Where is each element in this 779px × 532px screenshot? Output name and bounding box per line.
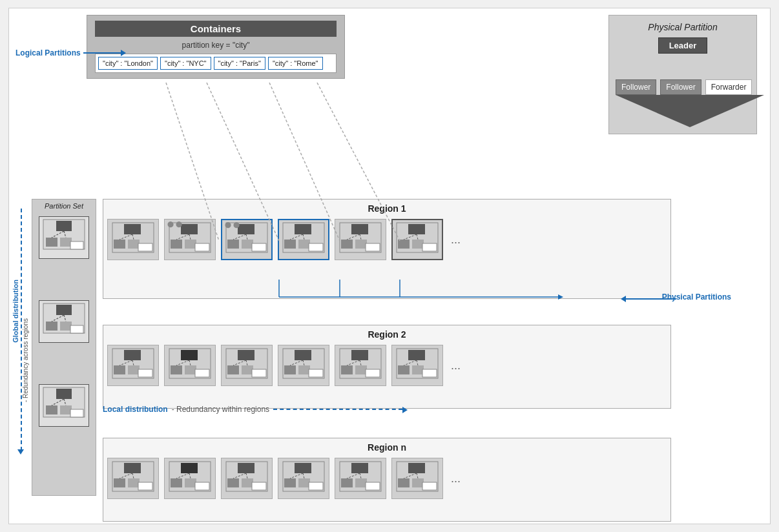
svg-rect-128 xyxy=(171,478,182,487)
svg-rect-123 xyxy=(138,482,152,490)
svg-rect-88 xyxy=(195,369,209,377)
regionn-title: Region n xyxy=(107,442,667,453)
partition-set-column: Partition Set xyxy=(32,199,96,496)
svg-rect-121 xyxy=(114,478,125,487)
region2-partition-6 xyxy=(391,345,443,386)
region2-icons-row: ... xyxy=(107,342,667,389)
svg-rect-46 xyxy=(195,243,209,251)
svg-rect-80 xyxy=(128,365,140,374)
svg-rect-64 xyxy=(351,224,368,234)
partition-set-icon-1 xyxy=(39,216,89,259)
svg-rect-22 xyxy=(56,305,72,315)
svg-rect-157 xyxy=(412,478,424,487)
svg-rect-108 xyxy=(355,365,367,374)
svg-rect-25 xyxy=(70,325,83,333)
forwarder-box: Forwarder xyxy=(705,79,753,95)
svg-rect-142 xyxy=(284,478,296,487)
svg-rect-59 xyxy=(298,240,310,249)
svg-rect-15 xyxy=(56,221,72,231)
region2-partition-5 xyxy=(335,345,386,386)
svg-rect-93 xyxy=(227,365,239,374)
follower-box-1: Follower xyxy=(616,79,656,95)
svg-rect-158 xyxy=(422,482,437,490)
svg-rect-44 xyxy=(171,240,182,249)
svg-rect-71 xyxy=(408,224,425,234)
svg-rect-107 xyxy=(341,365,353,374)
svg-rect-29 xyxy=(56,389,72,399)
svg-rect-53 xyxy=(252,243,266,251)
svg-rect-114 xyxy=(398,365,410,374)
local-distribution-label: Local distribution xyxy=(103,405,168,414)
svg-rect-100 xyxy=(284,365,296,374)
region1-partition-5 xyxy=(335,219,386,260)
svg-rect-24 xyxy=(60,322,72,331)
region2-title: Region 2 xyxy=(107,329,667,340)
svg-rect-45 xyxy=(185,240,196,249)
svg-rect-136 xyxy=(242,478,253,487)
svg-rect-113 xyxy=(408,350,425,360)
svg-rect-115 xyxy=(412,365,424,374)
region2-more-dots: ... xyxy=(448,359,463,373)
svg-rect-92 xyxy=(238,350,254,360)
city-tag-nyc: "city" : "NYC" xyxy=(160,57,211,70)
svg-rect-120 xyxy=(124,463,141,473)
region2-partition-4 xyxy=(278,345,329,386)
region2-partition-2 xyxy=(164,345,216,386)
svg-rect-141 xyxy=(295,463,311,473)
svg-rect-43 xyxy=(181,224,198,234)
regionn-icons-row: ... xyxy=(107,455,667,502)
svg-rect-51 xyxy=(227,240,239,249)
physical-partitions-arrow xyxy=(625,298,676,300)
svg-rect-95 xyxy=(252,369,266,377)
svg-rect-16 xyxy=(46,238,57,247)
follower-box-2: Follower xyxy=(660,79,701,95)
city-tags-row: "city" : "London" "city" : "NYC" "city" … xyxy=(95,54,337,73)
region1-partition-2: ⬤ ⬤ xyxy=(164,219,216,260)
svg-rect-94 xyxy=(242,365,253,374)
city-tag-london: "city" : "London" xyxy=(98,57,158,70)
svg-rect-39 xyxy=(138,243,152,251)
svg-rect-149 xyxy=(341,478,353,487)
svg-rect-23 xyxy=(46,322,57,331)
svg-rect-31 xyxy=(60,405,72,414)
regionn-partition-3 xyxy=(221,458,273,499)
region1-partition-6 xyxy=(391,219,443,260)
partition-set-icon-3 xyxy=(39,384,89,427)
region1-partition-3: ⬤ ⬤ xyxy=(221,219,273,260)
svg-rect-57 xyxy=(295,224,311,234)
partition-set-title: Partition Set xyxy=(45,202,83,210)
svg-rect-81 xyxy=(138,369,152,377)
logical-partitions-arrow xyxy=(83,52,122,54)
region1-partition-4 xyxy=(278,219,329,260)
local-distribution-row: Local distribution - Redundancy within r… xyxy=(103,405,402,414)
svg-rect-37 xyxy=(114,240,125,249)
svg-rect-150 xyxy=(355,478,367,487)
svg-rect-18 xyxy=(70,241,83,249)
regionn-partition-2 xyxy=(164,458,216,499)
svg-rect-74 xyxy=(422,243,437,251)
svg-rect-109 xyxy=(366,369,380,377)
region1-title: Region 1 xyxy=(107,203,667,214)
region2-partition-3 xyxy=(221,345,273,386)
svg-rect-32 xyxy=(70,409,83,417)
containers-title: Containers xyxy=(95,21,337,37)
svg-rect-38 xyxy=(128,240,140,249)
svg-rect-134 xyxy=(238,463,254,473)
containers-box: Containers partition key = "city" "city"… xyxy=(87,15,345,79)
svg-rect-155 xyxy=(408,463,425,473)
svg-rect-137 xyxy=(252,482,266,490)
svg-rect-50 xyxy=(238,224,254,234)
svg-rect-60 xyxy=(309,243,323,251)
region1-more-dots: ... xyxy=(448,233,463,247)
partition-set-icon-2 xyxy=(39,300,89,343)
redundancy-across-label: - Redundancy across regions xyxy=(22,318,29,402)
region2-partition-1 xyxy=(107,345,159,386)
regionn-more-dots: ... xyxy=(448,472,463,486)
local-distribution-arrow xyxy=(273,409,402,410)
svg-rect-17 xyxy=(60,238,72,247)
svg-rect-116 xyxy=(422,369,437,377)
regionn-partition-1 xyxy=(107,458,159,499)
region2-box: Region 2 xyxy=(103,325,671,409)
svg-rect-135 xyxy=(227,478,239,487)
svg-rect-99 xyxy=(295,350,311,360)
